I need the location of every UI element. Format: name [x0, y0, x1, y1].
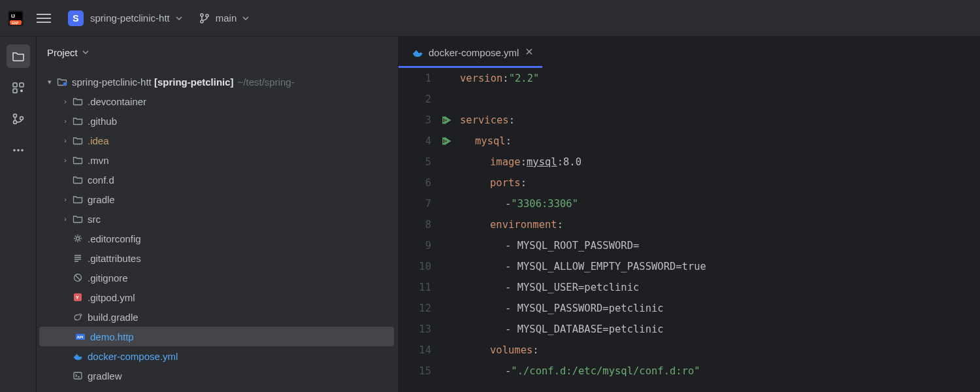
run-gutter-icon[interactable] [440, 131, 460, 152]
git-icon [12, 112, 25, 125]
tree-item-label: .gitattributes [88, 253, 141, 264]
left-toolbar [0, 37, 37, 392]
tree-item-label: build.gradle [88, 312, 139, 323]
structure-tool-button[interactable] [7, 76, 30, 99]
more-tool-button[interactable] [7, 139, 30, 162]
svg-text:EAP: EAP [12, 20, 19, 24]
folder-icon [72, 95, 84, 107]
tree-item[interactable]: build.gradle [37, 307, 398, 327]
svg-point-17 [21, 149, 24, 152]
lines-icon [72, 252, 84, 264]
close-icon [525, 48, 533, 56]
tree-item[interactable]: ›gradle [37, 189, 398, 209]
svg-point-16 [17, 149, 20, 152]
folder-icon [12, 50, 25, 63]
project-panel: Project ▾spring-petclinic-htt [spring-pe… [37, 37, 399, 392]
editor-tab[interactable]: docker-compose.yml [399, 37, 542, 68]
tree-item[interactable]: ›.mvn [37, 150, 398, 170]
tree-item[interactable]: gradlew [37, 366, 398, 385]
tree-item[interactable]: .editorconfig [37, 229, 398, 248]
tree-item[interactable]: ›.github [37, 111, 398, 131]
project-panel-header[interactable]: Project [37, 37, 398, 68]
vcs-tool-button[interactable] [7, 107, 30, 131]
editor: docker-compose.yml 123456789101112131415… [399, 37, 980, 392]
tree-item[interactable]: .gitpod.yml [37, 287, 398, 307]
folder-icon [72, 115, 84, 127]
svg-point-6 [201, 20, 203, 23]
editor-tabbar: docker-compose.yml [399, 37, 980, 68]
gitignore-icon [72, 272, 84, 284]
tree-item-label: .mvn [88, 155, 109, 166]
tree-item-label: .idea [88, 135, 109, 146]
chevron-right-icon: › [60, 117, 71, 125]
gutter-marks [440, 68, 460, 392]
project-selector[interactable]: spring-petclinic-htt [90, 12, 183, 24]
code-line: - MYSQL_PASSWORD=petclinic [460, 298, 980, 319]
branch-icon [199, 12, 210, 24]
tree-item-label: .github [88, 116, 117, 127]
project-name-label: spring-petclinic-htt [90, 12, 170, 24]
code-line: services: [460, 110, 980, 131]
gear-icon [72, 233, 84, 244]
svg-text:IJ: IJ [11, 14, 15, 18]
chevron-right-icon: › [60, 97, 71, 105]
tree-item-label: .editorconfig [88, 233, 141, 244]
tab-label: docker-compose.yml [429, 47, 519, 58]
docker-icon [412, 46, 423, 58]
line-numbers: 123456789101112131415 [399, 68, 440, 392]
project-tree: ▾spring-petclinic-htt [spring-petclinic]… [37, 68, 398, 392]
svg-point-11 [20, 90, 23, 92]
docker-icon [72, 350, 84, 362]
svg-point-14 [20, 117, 23, 120]
project-panel-title: Project [47, 47, 78, 58]
tree-item[interactable]: demo.http [39, 327, 394, 346]
chevron-right-icon: › [60, 195, 71, 203]
code-line: - MYSQL_DATABASE=petclinic [460, 319, 980, 340]
code-line: ports: [460, 172, 980, 193]
folder-icon [72, 174, 84, 186]
tree-item[interactable]: ›.idea [37, 131, 398, 150]
project-avatar: S [68, 10, 84, 26]
tab-close-button[interactable] [525, 46, 533, 58]
chevron-down-icon: ▾ [44, 78, 55, 86]
folder-icon [72, 193, 84, 205]
tree-item[interactable]: ›.devcontainer [37, 91, 398, 111]
branch-name-label: main [216, 12, 237, 24]
tree-root[interactable]: ▾spring-petclinic-htt [spring-petclinic]… [37, 72, 398, 91]
tree-item-label: gradlew [88, 370, 122, 382]
api-icon [74, 331, 86, 342]
code-line [460, 89, 980, 110]
code-area[interactable]: 123456789101112131415 version: "2.2"serv… [399, 68, 980, 392]
code-line: image: mysql:8.0 [460, 152, 980, 172]
tree-item[interactable]: docker-compose.yml [37, 346, 398, 366]
module-icon [56, 76, 68, 88]
tree-item-label: demo.http [90, 331, 134, 342]
code-line: - MYSQL_ALLOW_EMPTY_PASSWORD=true [460, 256, 980, 277]
yaml-red-icon [72, 291, 84, 303]
main-menu-button[interactable] [37, 11, 51, 25]
svg-point-13 [13, 121, 16, 124]
tree-item-label: docker-compose.yml [88, 351, 178, 362]
chevron-down-icon [82, 48, 90, 56]
code-line: - "3306:3306" [460, 193, 980, 214]
run-gutter-icon[interactable] [440, 110, 460, 131]
git-branch-selector[interactable]: main [199, 12, 250, 24]
chevron-right-icon: › [60, 215, 71, 223]
tree-item[interactable]: .gitattributes [37, 248, 398, 268]
svg-point-5 [201, 14, 203, 16]
tree-item-label: .devcontainer [88, 96, 146, 107]
svg-rect-10 [13, 89, 17, 93]
project-tool-button[interactable] [7, 44, 30, 68]
chevron-right-icon: › [60, 137, 71, 144]
svg-rect-9 [20, 83, 24, 87]
svg-point-7 [206, 14, 208, 17]
code-line: - MYSQL_USER=petclinic [460, 277, 980, 298]
tree-item-label: conf.d [88, 174, 114, 186]
folder-icon [72, 135, 84, 146]
code-line: - MYSQL_ROOT_PASSWORD= [460, 235, 980, 256]
tree-item[interactable]: ›src [37, 209, 398, 229]
tree-item[interactable]: conf.d [37, 170, 398, 189]
tree-item[interactable]: .gitignore [37, 268, 398, 287]
terminal-icon [72, 370, 84, 382]
intellij-logo-icon: IJEAP [8, 10, 24, 26]
